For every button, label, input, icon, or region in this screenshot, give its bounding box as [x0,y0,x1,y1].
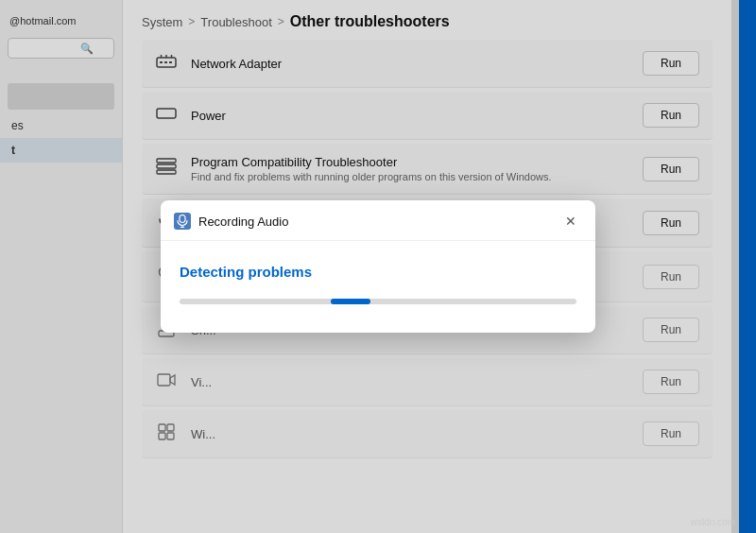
modal-close-button[interactable]: ✕ [559,210,582,232]
modal-detecting-text: Detecting problems [180,264,576,280]
svg-rect-22 [180,215,185,223]
modal-overlay: Recording Audio ✕ Detecting problems [0,0,756,533]
modal-title-text: Recording Audio [198,215,288,229]
recording-audio-modal: Recording Audio ✕ Detecting problems [161,200,595,333]
watermark: wsldn.com [691,517,735,527]
progress-bar-track [180,299,576,304]
modal-titlebar: Recording Audio ✕ [161,200,595,241]
modal-title-icon [174,213,191,230]
modal-body: Detecting problems [161,241,595,333]
progress-bar-fill [331,299,370,304]
modal-title-row: Recording Audio [174,213,288,230]
